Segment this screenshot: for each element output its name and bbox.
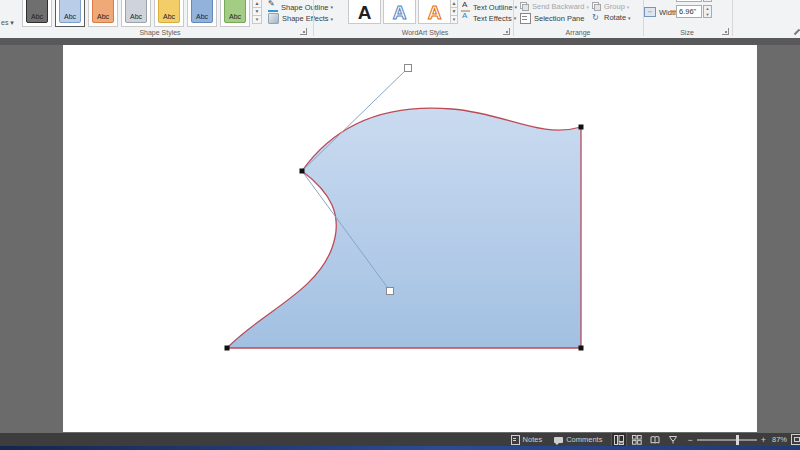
width-icon: ↔ — [644, 7, 656, 17]
selection-pane-button[interactable]: Selection Pane — [520, 13, 584, 24]
notes-label: Notes — [523, 435, 543, 444]
group-button: Group ▾ — [592, 2, 629, 11]
shape-style-thumb[interactable]: Abc — [88, 0, 118, 27]
notes-button[interactable]: Notes — [508, 435, 543, 445]
wordart-dialog-launcher[interactable] — [503, 28, 510, 35]
wordart-letter: A — [393, 3, 407, 23]
shape-style-gallery: AbcAbcAbcAbcAbcAbcAbc — [22, 0, 253, 27]
chevron-down-icon: ▾ — [10, 19, 14, 26]
shape-style-thumb-preview: Abc — [59, 0, 81, 23]
shape-styles-dialog-launcher[interactable] — [300, 28, 307, 35]
group-label: Group — [604, 2, 625, 11]
edit-point[interactable] — [225, 346, 230, 351]
ribbon: es ▾ AbcAbcAbcAbcAbcAbcAbc ▲ ▼ ▾ Shape O… — [0, 0, 800, 38]
zoom-slider[interactable] — [697, 439, 757, 441]
rotate-button[interactable]: ↻ Rotate ▾ — [592, 13, 631, 22]
rotate-label: Rotate — [604, 13, 626, 22]
send-backward-button: Send Backward ▾ — [520, 2, 589, 11]
wordart-style-tile[interactable]: A — [348, 0, 381, 24]
wordart-letter: A — [428, 3, 442, 23]
zoom-slider-thumb[interactable] — [736, 435, 739, 445]
size-dialog-launcher[interactable] — [722, 28, 729, 35]
wordart-letter: A — [358, 3, 372, 23]
zoom-out-button[interactable]: − — [687, 435, 692, 445]
wordart-group-label: WordArt Styles — [340, 29, 510, 36]
wordart-style-tile[interactable]: A — [418, 0, 451, 24]
cropped-edit-shape-button[interactable]: es ▾ — [1, 19, 14, 27]
shape-effects-button[interactable]: Shape Effects ▾ — [268, 13, 333, 24]
chevron-down-icon: ▾ — [627, 4, 630, 10]
group-separator — [732, 0, 733, 36]
cropped-button-label: es — [1, 19, 8, 26]
text-effects-button[interactable]: Text Effects ▾ — [461, 13, 516, 23]
shape-style-thumb-preview: Abc — [158, 0, 180, 23]
normal-view-button[interactable] — [611, 433, 627, 446]
slide-show-icon — [668, 435, 678, 445]
shape-style-thumb[interactable]: Abc — [220, 0, 250, 27]
gallery-more-button[interactable]: ▾ — [252, 15, 262, 24]
shape-outline-icon — [268, 2, 278, 12]
size-group-label: Size — [644, 29, 730, 36]
slide-sorter-view-button[interactable] — [629, 433, 645, 446]
chevron-down-icon: ▾ — [331, 16, 334, 22]
shape-style-thumb-preview: Abc — [92, 0, 114, 23]
text-outline-label: Text Outline — [473, 3, 513, 12]
editing-area — [0, 45, 800, 433]
reading-view-button[interactable] — [647, 433, 663, 446]
shape-style-thumb[interactable]: Abc — [121, 0, 151, 27]
shape-edit-overlay — [0, 45, 800, 433]
gallery-more-button[interactable]: ▾ — [450, 15, 458, 24]
shape-style-thumb[interactable]: Abc — [154, 0, 184, 27]
wordart-style-tile[interactable]: A — [383, 0, 416, 24]
zoom-percentage[interactable]: 87% — [772, 435, 787, 444]
shape-style-thumb-preview: Abc — [26, 0, 48, 23]
bezier-control-handle[interactable] — [387, 288, 394, 295]
fit-slide-to-window-button[interactable] — [791, 434, 800, 445]
group-separator — [313, 0, 314, 36]
shape-outline-button[interactable]: Shape Outline ▾ — [268, 2, 333, 12]
edit-point[interactable] — [579, 346, 584, 351]
shape-width-control: ↔ Width: — [644, 7, 680, 17]
wordart-gallery-scroll: ▲ ▼ ▾ — [450, 0, 458, 24]
arrange-group-label: Arrange — [514, 29, 642, 36]
notes-icon — [511, 435, 520, 445]
shape-outline-label: Shape Outline — [281, 3, 329, 12]
wordart-gallery: AAA — [348, 0, 453, 24]
ribbon-bottom-edge — [0, 38, 800, 45]
width-spinner[interactable]: ▲▼ — [703, 5, 712, 18]
send-backward-icon — [520, 2, 529, 11]
shape-style-thumb[interactable]: Abc — [187, 0, 217, 27]
shape-style-thumb[interactable]: Abc — [55, 0, 85, 27]
status-bar: Notes Comments — [0, 433, 800, 446]
freeform-shape[interactable] — [227, 108, 581, 348]
shape-effects-label: Shape Effects — [282, 14, 329, 23]
shape-style-thumb-preview: Abc — [125, 0, 147, 23]
shape-effects-icon — [268, 13, 279, 24]
shape-style-thumb-preview: Abc — [224, 0, 246, 23]
group-icon — [592, 2, 601, 11]
shape-style-gallery-scroll: ▲ ▼ ▾ — [252, 0, 262, 24]
send-backward-label: Send Backward — [532, 2, 585, 11]
normal-view-icon — [614, 435, 624, 445]
taskbar-edge — [0, 446, 800, 450]
text-effects-icon — [461, 13, 470, 23]
zoom-in-button[interactable]: + — [761, 435, 766, 445]
chevron-down-icon: ▾ — [587, 4, 590, 10]
slide-show-button[interactable] — [665, 433, 681, 446]
collapse-ribbon-icon[interactable] — [789, 24, 800, 35]
comments-button[interactable]: Comments — [551, 435, 602, 444]
edit-point[interactable] — [300, 169, 305, 174]
shape-height-field-cropped[interactable] — [676, 0, 702, 2]
chevron-down-icon: ▾ — [515, 4, 518, 10]
chevron-down-icon: ▾ — [514, 15, 517, 21]
chevron-down-icon: ▾ — [331, 4, 334, 10]
slide-sorter-icon — [632, 435, 642, 445]
bezier-control-handle[interactable] — [405, 65, 412, 72]
text-outline-button[interactable]: Text Outline ▾ — [461, 2, 517, 12]
edit-point[interactable] — [579, 125, 584, 130]
rotate-icon: ↻ — [592, 13, 601, 22]
shape-style-thumb[interactable]: Abc — [22, 0, 52, 27]
shape-width-field[interactable]: 6.96" — [676, 5, 702, 18]
comments-label: Comments — [566, 435, 602, 444]
height-spinner-cropped[interactable]: ▲▼ — [703, 0, 712, 2]
